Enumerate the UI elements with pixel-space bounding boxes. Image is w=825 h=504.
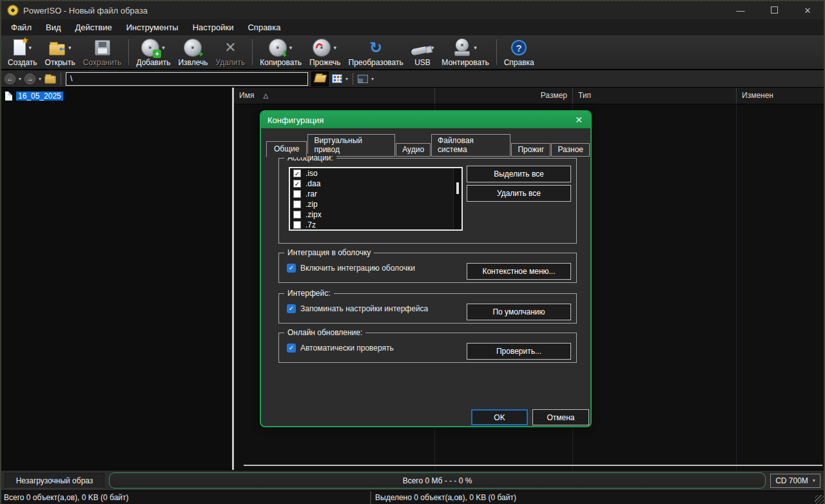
remember-settings-checkbox[interactable]: ✓ — [287, 304, 296, 313]
flame-icon — [315, 42, 324, 52]
auto-check-checkbox-row[interactable]: ✓ Автоматически проверять — [287, 344, 394, 353]
list-item-7z[interactable]: .7z — [290, 220, 461, 230]
toolbar-open-button[interactable]: ▾ Открыть — [41, 35, 79, 69]
menu-view[interactable]: Вид — [39, 19, 68, 35]
tab-misc[interactable]: Разное — [551, 143, 590, 157]
checkbox-zip[interactable] — [293, 200, 301, 208]
add-dropdown-caret-icon[interactable]: ▾ — [162, 44, 165, 51]
menu-file[interactable]: Файл — [4, 19, 39, 35]
menu-bar: Файл Вид Действие Инструменты Настройки … — [1, 19, 824, 35]
toolbar-mount-button[interactable]: ▾ Монтировать — [438, 35, 492, 69]
maximize-button[interactable] — [770, 6, 779, 15]
configuration-dialog: Конфигурация ✕ Общие Виртуальный привод … — [260, 110, 592, 427]
cancel-button[interactable]: Отмена — [532, 409, 589, 425]
menu-tools[interactable]: Инструменты — [119, 19, 186, 35]
view-dropdown-caret-icon[interactable]: ▾ — [345, 76, 348, 82]
tab-general[interactable]: Общие — [266, 141, 307, 157]
menu-options[interactable]: Настройки — [186, 19, 241, 35]
shell-integration-checkbox[interactable]: ✓ — [287, 264, 296, 273]
toolbar-save-button: Сохранить — [79, 35, 126, 69]
add-disc-icon: + — [142, 39, 159, 56]
toolbar-extract-button[interactable]: ➜ Извлечь — [174, 35, 211, 69]
poweriso-logo-icon — [8, 5, 18, 15]
interface-group: Интерфейс: ✓ Запоминать настройки интерф… — [278, 293, 577, 324]
forward-dropdown-caret-icon[interactable]: ▾ — [39, 76, 41, 82]
checkbox-zipx[interactable] — [293, 211, 301, 218]
back-dropdown-caret-icon[interactable]: ▾ — [19, 76, 21, 82]
up-folder-button[interactable] — [44, 75, 56, 84]
burn-dropdown-caret-icon[interactable]: ▾ — [333, 44, 336, 51]
context-menu-button[interactable]: Контекстное меню... — [467, 263, 571, 280]
tab-audio[interactable]: Аудио — [396, 143, 431, 157]
select-all-button[interactable]: Выделить все — [467, 166, 571, 182]
associations-listbox[interactable]: ✓ .iso ✓ .daa .rar .zip .zipx .7z — [289, 167, 463, 231]
list-item-zip[interactable]: .zip — [290, 199, 461, 209]
tree-item-root[interactable]: 16_05_2025 — [3, 90, 231, 102]
view-mode-icon[interactable] — [332, 74, 342, 83]
column-header-size[interactable]: Размер — [434, 88, 572, 104]
maximize-icon — [771, 6, 778, 14]
clear-all-button[interactable]: Удалить все — [467, 185, 571, 202]
horizontal-scrollbar[interactable] — [244, 465, 822, 466]
toolbar-add-button[interactable]: +▾ Добавить — [132, 35, 174, 69]
toolbar-usb-button[interactable]: ▾ USB — [407, 35, 438, 69]
path-input[interactable] — [66, 72, 308, 86]
copy-dropdown-caret-icon[interactable]: ▾ — [289, 44, 293, 51]
open-dropdown-caret-icon[interactable]: ▾ — [68, 44, 72, 51]
mount-dropdown-caret-icon[interactable]: ▾ — [474, 44, 477, 51]
auto-check-checkbox[interactable]: ✓ — [287, 344, 296, 353]
list-item-iso[interactable]: ✓ .iso — [290, 168, 461, 179]
panel-layout-icon[interactable] — [358, 75, 368, 83]
toolbar-separator — [128, 39, 129, 65]
toolbar-help-button[interactable]: ? Справка — [500, 35, 538, 69]
minimize-button[interactable]: — — [736, 6, 745, 15]
ok-button[interactable]: OK — [471, 409, 528, 425]
column-header-name[interactable]: Имя △ — [234, 88, 434, 104]
plus-badge-icon: + — [153, 50, 161, 58]
list-item-zipx[interactable]: .zipx — [290, 209, 461, 220]
toolbar-copy-button[interactable]: ⬇▾ Копировать — [256, 35, 306, 69]
checkbox-rar[interactable] — [293, 190, 301, 198]
checkbox-7z[interactable] — [293, 221, 301, 229]
forward-button[interactable]: → — [24, 73, 35, 84]
menu-help[interactable]: Справка — [240, 19, 287, 35]
toolbar-convert-button[interactable]: ↻ Преобразовать — [345, 35, 407, 69]
tab-burn[interactable]: Прожиг — [511, 143, 550, 157]
close-button[interactable]: ✕ — [803, 6, 812, 15]
extract-disc-icon: ➜ — [184, 39, 201, 56]
list-item-rar[interactable]: .rar — [290, 189, 461, 199]
associations-group: Ассоциации: ✓ .iso ✓ .daa .rar .zip .zip… — [278, 158, 577, 244]
open-folder-small-icon — [313, 75, 327, 82]
title-bar: PowerISO - Новый файл образа — ✕ — [1, 1, 824, 19]
listbox-scrollbar[interactable] — [453, 168, 461, 229]
checkbox-daa[interactable]: ✓ — [293, 180, 301, 188]
layout-dropdown-caret-icon[interactable]: ▾ — [371, 76, 374, 82]
menu-action[interactable]: Действие — [68, 19, 119, 35]
back-button[interactable]: ← — [5, 73, 15, 84]
toolbar: ▾ Создать ▾ Открыть Сохранить +▾ Добавит… — [1, 35, 824, 70]
usb-drive-icon — [411, 46, 429, 55]
browse-folder-button[interactable] — [311, 72, 329, 86]
resize-grip[interactable] — [815, 495, 824, 504]
dialog-title-bar: Конфигурация ✕ — [261, 111, 590, 128]
toolbar-create-button[interactable]: ▾ Создать — [4, 35, 41, 69]
open-folder-icon — [49, 44, 65, 55]
total-objects-text: Всего 0 объект(а,ов), 0 KB (0 байт) — [1, 491, 371, 504]
checkbox-iso[interactable]: ✓ — [293, 170, 301, 177]
scrollbar-thumb[interactable] — [456, 182, 459, 194]
tab-file-system[interactable]: Файловая система — [431, 134, 510, 157]
shell-integration-checkbox-row[interactable]: ✓ Включить интеграцию оболочки — [287, 264, 415, 273]
media-size-select[interactable]: CD 700M ▾ — [770, 474, 820, 488]
check-now-button[interactable]: Проверить... — [467, 343, 571, 360]
column-header-type[interactable]: Тип — [572, 88, 736, 104]
selected-objects-text: Выделено 0 объект(а,ов), 0 KB (0 байт) — [371, 491, 824, 504]
create-dropdown-caret-icon[interactable]: ▾ — [29, 44, 32, 51]
interface-checkbox-row[interactable]: ✓ Запоминать настройки интерфейса — [287, 304, 428, 313]
toolbar-burn-button[interactable]: ▾ Прожечь — [306, 35, 345, 69]
dialog-close-button[interactable]: ✕ — [574, 115, 584, 125]
column-header-modified[interactable]: Изменен — [736, 88, 824, 104]
list-item-daa[interactable]: ✓ .daa — [290, 179, 461, 189]
image-file-icon — [5, 92, 12, 101]
defaults-button[interactable]: По умолчанию — [467, 304, 571, 320]
column-gridline — [736, 104, 737, 470]
